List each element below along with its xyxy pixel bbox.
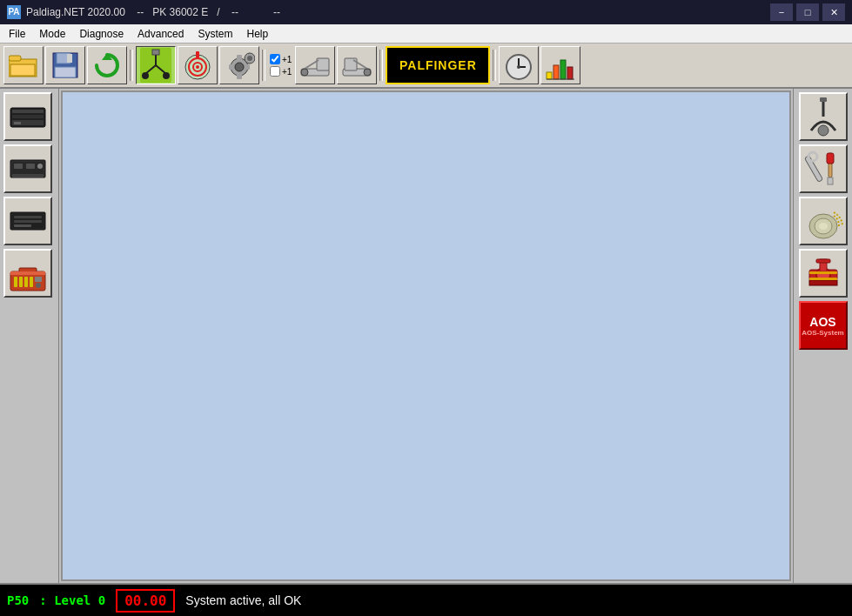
module2-button[interactable] — [3, 144, 52, 193]
menu-bar: File Mode Diagnose Advanced System Help — [0, 24, 852, 44]
sep1: -- — [137, 6, 144, 18]
svg-rect-67 — [30, 277, 33, 287]
device-id: PK 36002 E — [152, 6, 208, 18]
svg-rect-43 — [567, 67, 573, 79]
svg-point-74 — [808, 152, 817, 161]
dashes1: -- — [231, 6, 238, 18]
checkbox-item-1: +1 — [270, 54, 292, 64]
horn-button[interactable] — [799, 197, 848, 245]
left-sidebar — [0, 89, 59, 583]
status-time: 00.00 — [116, 589, 175, 613]
svg-rect-25 — [245, 64, 250, 70]
checkbox-label-2: +1 — [282, 67, 292, 77]
title-text: Paldiag.NET 2020.00 -- PK 36002 E / -- -… — [26, 6, 770, 18]
svg-rect-58 — [14, 216, 42, 218]
chart-button[interactable] — [540, 46, 580, 84]
right-sidebar: AOS AOS-System — [793, 89, 852, 583]
svg-rect-42 — [560, 60, 566, 79]
cable-icon — [802, 96, 844, 137]
arm1-button[interactable] — [295, 46, 335, 84]
clock-button[interactable] — [499, 46, 539, 84]
cable-button[interactable] — [799, 92, 848, 141]
save-icon — [51, 51, 79, 79]
central-work-area — [61, 90, 791, 581]
menu-advanced[interactable]: Advanced — [131, 26, 191, 42]
svg-rect-66 — [24, 277, 28, 287]
status-message: System active, all OK — [185, 593, 301, 607]
title-bar: PA Paldiag.NET 2020.00 -- PK 36002 E / -… — [0, 0, 852, 24]
checkbox-plus1-bottom[interactable] — [270, 66, 280, 77]
svg-rect-14 — [152, 50, 159, 55]
separator1 — [129, 46, 134, 84]
svg-point-11 — [163, 72, 170, 79]
separator3 — [379, 46, 384, 84]
svg-rect-2 — [10, 64, 35, 76]
svg-rect-63 — [10, 271, 45, 275]
minimize-button[interactable]: − — [770, 3, 793, 21]
svg-point-21 — [235, 63, 244, 71]
dashes2: -- — [273, 6, 280, 18]
checkbox-label-1: +1 — [282, 55, 292, 64]
close-button[interactable]: ✕ — [822, 3, 845, 21]
menu-diagnose[interactable]: Diagnose — [72, 26, 131, 42]
menu-system[interactable]: System — [191, 26, 239, 42]
aos-button[interactable]: AOS AOS-System — [799, 301, 848, 350]
valve-button[interactable] — [799, 249, 848, 298]
svg-rect-49 — [14, 122, 21, 124]
module3-button[interactable] — [3, 197, 52, 245]
crane-cable-icon — [140, 48, 171, 83]
window-controls: − □ ✕ — [770, 3, 845, 21]
svg-rect-77 — [827, 153, 834, 164]
open-button[interactable] — [3, 46, 44, 84]
separator4 — [492, 46, 497, 84]
clock-icon — [503, 48, 534, 83]
refresh-button[interactable] — [87, 46, 127, 84]
tools-icon — [802, 148, 844, 190]
svg-point-18 — [196, 65, 199, 69]
svg-point-71 — [818, 125, 829, 136]
valve-icon — [802, 252, 844, 294]
svg-rect-47 — [12, 115, 44, 118]
app-icon: PA — [7, 5, 21, 19]
refresh-icon — [93, 51, 121, 79]
target-button[interactable] — [178, 46, 218, 84]
tools-button[interactable] — [799, 144, 848, 193]
menu-file[interactable]: File — [2, 26, 32, 42]
arm2-icon — [341, 48, 372, 83]
svg-rect-22 — [237, 55, 242, 60]
arm1-icon — [299, 48, 331, 83]
svg-rect-23 — [237, 74, 242, 79]
svg-rect-53 — [26, 164, 35, 169]
menu-help[interactable]: Help — [239, 26, 275, 42]
checkbox-plus1-top[interactable] — [270, 54, 280, 64]
horn-icon — [802, 200, 844, 242]
svg-rect-6 — [55, 67, 76, 77]
toolbar: +1 +1 PALFINGER — [0, 44, 852, 89]
svg-rect-19 — [196, 51, 199, 58]
toolbox-button[interactable] — [3, 249, 52, 298]
svg-rect-87 — [809, 278, 837, 280]
crane-cable-button[interactable] — [136, 46, 176, 84]
restore-button[interactable]: □ — [796, 3, 819, 21]
aos-label-top: AOS — [809, 315, 835, 329]
svg-point-13 — [142, 72, 149, 79]
svg-rect-41 — [553, 65, 559, 79]
svg-rect-64 — [14, 277, 17, 287]
module3-icon — [7, 200, 49, 242]
svg-rect-76 — [828, 177, 833, 184]
module1-button[interactable] — [3, 92, 52, 141]
arm2-button[interactable] — [337, 46, 377, 84]
svg-rect-73 — [804, 156, 822, 183]
checkbox-group: +1 +1 — [268, 52, 293, 78]
svg-rect-40 — [547, 72, 552, 79]
svg-point-27 — [247, 56, 252, 61]
svg-rect-52 — [14, 164, 23, 169]
svg-rect-24 — [229, 64, 234, 70]
svg-rect-85 — [809, 280, 837, 285]
menu-mode[interactable]: Mode — [32, 26, 72, 42]
svg-rect-29 — [317, 58, 329, 70]
save-button[interactable] — [45, 46, 85, 84]
svg-rect-68 — [35, 277, 42, 282]
status-bar: P50 : Level 0 00.00 System active, all O… — [0, 583, 852, 616]
gear-button[interactable] — [219, 46, 259, 84]
